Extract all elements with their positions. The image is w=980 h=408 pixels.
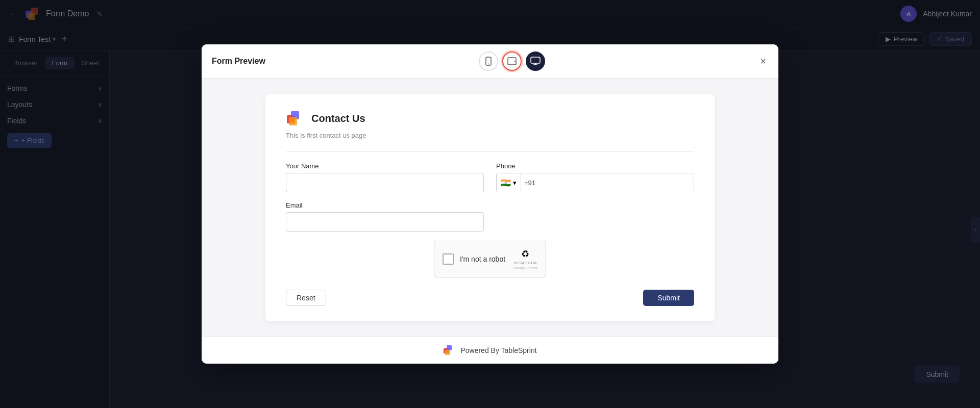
captcha-box: I'm not a robot ♻ reCAPTCHA Privacy - Te… — [434, 241, 546, 277]
svg-point-4 — [488, 64, 489, 65]
flag-emoji: 🇮🇳 — [501, 178, 511, 188]
form-title: Contact Us — [311, 113, 365, 124]
modal-header: Form Preview × — [202, 44, 778, 79]
form-row-2: Email — [286, 201, 694, 232]
footer-logo-icon — [443, 344, 455, 356]
tablet-icon — [507, 57, 517, 66]
phone-number-input[interactable] — [538, 173, 694, 192]
svg-rect-15 — [445, 350, 450, 355]
name-field: Your Name — [286, 162, 484, 192]
svg-rect-7 — [531, 57, 540, 63]
tablet-view-button[interactable] — [502, 52, 522, 71]
desktop-icon — [530, 57, 541, 66]
dropdown-arrow-icon: ▾ — [513, 179, 517, 187]
mobile-icon — [484, 57, 493, 66]
phone-field: Phone 🇮🇳 ▾ +91 — [496, 162, 694, 192]
submit-button[interactable]: Submit — [643, 290, 694, 306]
form-card-header: Contact Us — [286, 109, 694, 128]
desktop-view-button[interactable] — [526, 52, 545, 71]
svg-rect-12 — [289, 117, 297, 125]
captcha-brand: reCAPTCHA — [513, 261, 536, 265]
name-label: Your Name — [286, 162, 484, 170]
form-actions: Reset Submit — [286, 290, 694, 306]
form-logo-icon — [286, 109, 304, 128]
email-label: Email — [286, 201, 484, 209]
footer-text: Powered By TableSprint — [460, 346, 536, 354]
svg-rect-14 — [447, 345, 452, 350]
captcha-label: I'm not a robot — [460, 255, 507, 263]
form-divider — [286, 151, 694, 152]
captcha-area: I'm not a robot ♻ reCAPTCHA Privacy - Te… — [286, 241, 694, 277]
captcha-privacy: Privacy - Terms — [513, 266, 537, 270]
modal-overlay: Form Preview × — [0, 0, 980, 408]
reset-button[interactable]: Reset — [286, 290, 326, 306]
country-flag-selector[interactable]: 🇮🇳 ▾ — [497, 173, 521, 192]
name-input[interactable] — [286, 173, 484, 192]
recaptcha-icon: ♻ — [521, 248, 529, 260]
form-subtitle: This is first contact us page — [286, 132, 694, 139]
country-code: +91 — [521, 173, 538, 192]
email-field: Email — [286, 201, 484, 232]
captcha-logo: ♻ reCAPTCHA Privacy - Terms — [513, 248, 537, 270]
mobile-view-button[interactable] — [479, 52, 498, 71]
modal-body: Contact Us This is first contact us page… — [202, 79, 778, 337]
phone-input-wrap: 🇮🇳 ▾ +91 — [496, 173, 694, 192]
svg-point-6 — [514, 61, 515, 62]
form-preview-modal: Form Preview × — [202, 44, 778, 364]
phone-label: Phone — [496, 162, 694, 170]
email-input[interactable] — [286, 212, 484, 232]
modal-close-button[interactable]: × — [758, 54, 768, 69]
form-row-1: Your Name Phone 🇮🇳 ▾ +91 — [286, 162, 694, 192]
modal-title: Form Preview — [212, 57, 265, 66]
view-mode-buttons — [479, 52, 545, 71]
form-card: Contact Us This is first contact us page… — [265, 94, 715, 321]
captcha-checkbox[interactable] — [443, 253, 454, 265]
modal-footer: Powered By TableSprint — [202, 337, 778, 364]
